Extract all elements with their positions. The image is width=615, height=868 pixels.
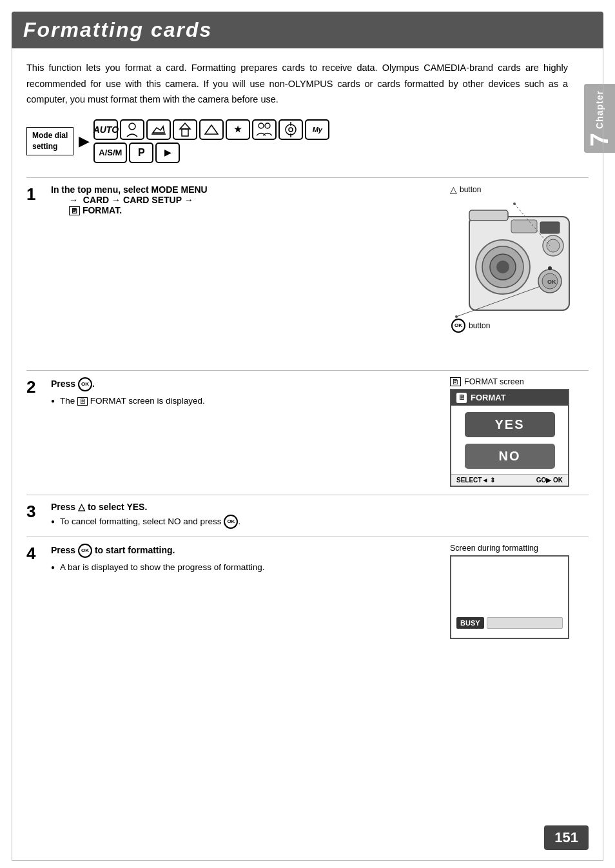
busy-progress-bar [487,617,563,629]
busy-label: BUSY [456,617,484,629]
mode-icon-mountain [199,119,224,140]
mode-icon-landscape [146,119,171,140]
busy-screen: BUSY [450,555,569,639]
intro-text: This function lets you format a card. Fo… [26,60,568,108]
step-2-text: Press OK. The 🖹 FORMAT screen is display… [51,377,437,408]
step-2-bullets: The 🖹 FORMAT screen is displayed. [51,394,437,408]
step-4-text: Press OK to start formatting. A bar is d… [51,544,437,575]
svg-rect-2 [182,129,188,136]
step-4-diagram: Screen during formatting BUSY [450,544,589,639]
svg-marker-3 [180,123,190,129]
ok-button-label: OK button [451,319,590,333]
mode-icon-star: ★ [226,119,250,140]
step-4-bullet-1: A bar is displayed to show the progress … [51,560,437,575]
step-1-diagram: △ button [450,184,589,362]
svg-point-7 [286,124,296,135]
ok-button-text: button [469,321,490,330]
ok-circle-icon: OK [451,319,465,333]
page-number: 151 [544,825,589,850]
mode-icon-asm: A/S/M [93,143,127,163]
busy-screen-caption: Screen during formatting [450,544,589,553]
svg-text:OK: OK [547,279,556,285]
mode-icon-auto: AUTO [93,119,118,140]
step-4-content: 4 Press OK to start formatting. A bar is… [26,544,437,575]
svg-point-6 [265,123,270,128]
svg-point-20 [547,239,560,252]
mode-icon-portrait [120,119,144,140]
mode-dial-label: Mode dialsetting [26,127,73,155]
format-footer-right: GO▶ OK [536,477,563,484]
step-2-content: 2 Press OK. The 🖹 FORMAT screen is displ… [26,377,437,408]
step-1-content: 1 In the top menu, select MODE MENU → CA… [26,184,437,218]
mode-icons-row-2: A/S/M P ▶ [93,143,329,163]
mode-dial-section: Mode dialsetting ▶ AUTO ★ [26,119,589,163]
triangle-button-text: button [460,185,481,194]
step-3-content: 3 Press △ to select YES. To cancel forma… [26,502,437,529]
mode-icon-p: P [129,143,153,163]
mode-icon-play: ▶ [155,143,180,163]
format-screen-caption-text: FORMAT screen [464,377,524,386]
step-4-title: Press OK to start formatting. [51,544,437,558]
triangle-button-label: △ button [450,184,589,195]
step-4-number: 4 [26,545,44,562]
format-screen-title-bar: 🖹 FORMAT [451,390,568,406]
step-3: 3 Press △ to select YES. To cancel forma… [26,495,589,529]
svg-point-8 [289,128,293,132]
step-2: 2 Press OK. The 🖹 FORMAT screen is displ… [26,370,589,487]
svg-point-0 [129,123,135,130]
mode-icon-night [173,119,197,140]
svg-rect-16 [469,210,508,221]
busy-screen-caption-text: Screen during formatting [450,544,538,553]
busy-bar-row: BUSY [456,617,563,629]
svg-point-28 [455,315,458,318]
step-3-title: Press △ to select YES. [51,502,437,512]
ok-icon-step4: OK [78,544,92,558]
page-title: Formatting cards [23,18,592,42]
step-3-text: Press △ to select YES. To cancel formatt… [51,502,437,529]
format-title-text: FORMAT [471,393,506,402]
svg-point-15 [496,261,509,273]
step-1-number: 1 [26,186,44,202]
mode-icon-my: My [305,119,329,140]
format-icon-caption: 🖹 [450,377,461,386]
step-1-text: In the top menu, select MODE MENU → CARD… [51,184,437,218]
step-3-bullet-1: To cancel formatting, select NO and pres… [51,515,437,529]
mode-icons-row-1: AUTO ★ My [93,119,329,140]
svg-rect-18 [540,222,560,233]
step-2-title: Press OK. [51,377,437,391]
ok-icon-step3: OK [224,515,238,529]
main-content: This function lets you format a card. Fo… [12,48,603,861]
svg-point-26 [513,202,516,205]
format-footer-left: SELECT◄ ⇕ [456,477,495,484]
triangle-symbol: △ [450,184,457,195]
step-3-bullets: To cancel formatting, select NO and pres… [51,515,437,529]
camera-svg-area: OK OK button [450,197,589,362]
format-screen-footer: SELECT◄ ⇕ GO▶ OK [451,474,568,486]
format-screen: 🖹 FORMAT YES NO SELECT◄ ⇕ GO▶ OK [450,389,569,487]
format-no-button[interactable]: NO [465,444,555,469]
step-1-title: In the top menu, select MODE MENU → CARD… [51,184,437,215]
step-1: 1 In the top menu, select MODE MENU → CA… [26,177,589,362]
step-2-bullet-1: The 🖹 FORMAT screen is displayed. [51,394,437,408]
step-4-bullets: A bar is displayed to show the progress … [51,560,437,575]
format-screen-caption: 🖹 FORMAT screen [450,377,589,386]
ok-icon-step2: OK [78,377,92,391]
mode-icon-people [252,119,277,140]
svg-point-5 [259,123,264,128]
mode-icons-grid: AUTO ★ My [93,119,329,163]
mode-dial-arrow: ▶ [79,133,90,150]
svg-point-24 [548,266,552,270]
format-title-icon: 🖹 [456,393,467,403]
step-2-diagram: 🖹 FORMAT screen 🖹 FORMAT YES NO SELECT◄ … [450,377,589,487]
svg-rect-17 [511,220,537,233]
step-4: 4 Press OK to start formatting. A bar is… [26,537,589,639]
svg-marker-4 [205,125,218,134]
header-bar: Formatting cards [12,12,603,48]
step-2-number: 2 [26,379,44,395]
format-yes-button[interactable]: YES [465,412,555,437]
mode-icon-macro [278,119,303,140]
step-3-number: 3 [26,503,44,520]
